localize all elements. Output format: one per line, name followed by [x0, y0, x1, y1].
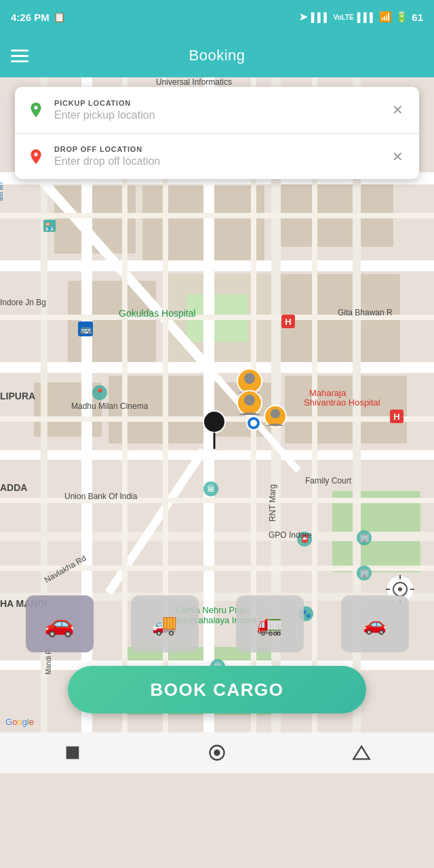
signal-icon: ▌▌▌	[311, 12, 330, 22]
svg-point-81	[214, 749, 220, 755]
svg-rect-32	[0, 315, 434, 320]
time-display: 4:26 PM	[11, 12, 50, 23]
pickup-clear-button[interactable]: ✕	[387, 99, 408, 121]
dropoff-placeholder: Enter drop off location	[54, 155, 387, 167]
signal2-icon: ▌▌▌	[357, 12, 376, 22]
car-icon: 🚗	[44, 610, 75, 638]
vehicle-car2-button[interactable]: 🚗	[341, 595, 409, 652]
vehicle-car-button[interactable]: 🚗	[26, 595, 94, 652]
status-time: 4:26 PM 📋	[11, 12, 65, 23]
nav-home-button[interactable]	[201, 736, 233, 769]
svg-rect-79	[66, 747, 79, 760]
svg-text:🏪: 🏪	[45, 222, 54, 231]
status-icons: ➤ ▌▌▌ VoLTE ▌▌▌ 📶 🔋 61	[299, 11, 423, 23]
svg-text:📮: 📮	[300, 534, 310, 544]
svg-text:🚌: 🚌	[80, 323, 92, 335]
svg-text:🏢: 🏢	[359, 532, 370, 542]
truck-large-icon: 🚛	[257, 612, 282, 636]
pickup-text-area: PICKUP LOCATION Enter pickup location	[54, 99, 387, 121]
app-bar: Booking	[0, 34, 434, 77]
vehicle-truck-small-button[interactable]: 🚚	[131, 595, 199, 652]
book-cargo-button[interactable]: BOOK CARGO	[68, 666, 366, 713]
dropoff-text-area: DROP OFF LOCATION Enter drop off locatio…	[54, 145, 387, 167]
dropoff-icon	[26, 146, 46, 167]
location-icon: ➤	[299, 11, 308, 23]
svg-text:🏢: 🏢	[359, 568, 370, 578]
svg-text:H: H	[393, 412, 399, 422]
svg-rect-19	[0, 450, 434, 460]
pickup-label: PICKUP LOCATION	[54, 99, 387, 107]
car2-icon: 🚗	[363, 613, 387, 635]
dropoff-label: DROP OFF LOCATION	[54, 145, 387, 153]
svg-point-51	[271, 409, 280, 418]
svg-rect-34	[0, 498, 434, 503]
dropoff-row[interactable]: DROP OFF LOCATION Enter drop off locatio…	[15, 133, 419, 179]
map-container[interactable]: H H 🚌 🏪	[0, 77, 434, 732]
svg-text:📍: 📍	[95, 387, 105, 397]
pickup-placeholder: Enter pickup location	[54, 109, 387, 121]
pickup-row[interactable]: PICKUP LOCATION Enter pickup location ✕	[15, 87, 419, 133]
svg-text:🏛: 🏛	[207, 484, 215, 494]
book-cargo-label: BOOK CARGO	[151, 679, 284, 701]
google-logo: Google	[5, 717, 34, 727]
svg-point-49	[244, 395, 255, 406]
truck-small-icon: 🚚	[152, 612, 177, 636]
svg-point-47	[244, 373, 255, 384]
page-title: Booking	[189, 47, 245, 64]
svg-marker-82	[354, 747, 370, 760]
status-bar: 4:26 PM 📋 ➤ ▌▌▌ VoLTE ▌▌▌ 📶 🔋 61	[0, 0, 434, 34]
svg-text:H: H	[285, 317, 291, 327]
location-card: PICKUP LOCATION Enter pickup location ✕ …	[15, 87, 419, 179]
nav-recent-apps-button[interactable]	[345, 736, 378, 769]
menu-button[interactable]	[11, 42, 38, 69]
svg-point-54	[203, 411, 225, 433]
svg-rect-31	[0, 213, 434, 218]
vehicle-selector-bar: 🚗 🚚 🚛 🚗	[0, 590, 434, 658]
vehicle-truck-large-button[interactable]: 🚛	[236, 595, 304, 652]
pickup-icon	[26, 100, 46, 120]
nav-back-button[interactable]	[56, 736, 89, 769]
svg-rect-11	[285, 376, 407, 443]
dropoff-clear-button[interactable]: ✕	[387, 146, 408, 167]
bottom-navigation	[0, 732, 434, 773]
wifi-icon: 📶	[379, 11, 392, 23]
svg-point-53	[250, 420, 257, 427]
lte-icon: VoLTE	[333, 14, 353, 21]
battery-icon: 🔋	[395, 11, 408, 23]
svg-rect-18	[0, 362, 434, 373]
battery-level: 61	[412, 12, 423, 23]
svg-rect-17	[0, 260, 434, 271]
sim-icon: 📋	[54, 12, 65, 22]
